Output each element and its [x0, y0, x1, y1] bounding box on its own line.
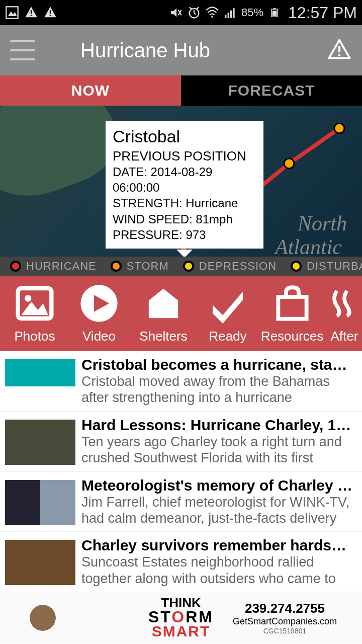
- action-shelters[interactable]: Shelters: [131, 283, 196, 344]
- svg-rect-23: [273, 11, 277, 16]
- storm-popup: Cristobal PREVIOUS POSITION DATE: 2014-0…: [106, 121, 263, 249]
- popup-pressure: PRESSURE: 973: [113, 227, 256, 243]
- svg-line-15: [197, 8, 199, 10]
- svg-marker-8: [171, 8, 176, 17]
- svg-rect-4: [31, 15, 32, 16]
- svg-point-30: [334, 123, 344, 133]
- action-after[interactable]: After: [324, 283, 362, 344]
- list-item[interactable]: Meteorologist's memory of Charley is '..…: [0, 472, 362, 532]
- popup-wind: WIND SPEED: 81mph: [113, 211, 256, 227]
- status-left: [5, 6, 57, 20]
- warning-icon: [43, 6, 57, 20]
- status-right: 85% 12:57 PM: [169, 4, 357, 22]
- svg-marker-33: [21, 301, 48, 315]
- svg-line-13: [194, 13, 196, 14]
- action-row[interactable]: Photos Video Shelters Ready Resources Af…: [0, 276, 362, 351]
- svg-rect-20: [233, 8, 234, 18]
- action-label: Photos: [15, 329, 55, 344]
- svg-line-28: [289, 128, 339, 164]
- svg-point-29: [284, 158, 294, 169]
- svg-marker-1: [8, 12, 17, 16]
- svg-rect-7: [50, 15, 51, 16]
- list-item[interactable]: Cristobal becomes a hurricane, stays of.…: [0, 351, 362, 412]
- app-header: Hurricane Hub: [0, 25, 362, 75]
- svg-rect-17: [225, 15, 226, 18]
- action-resources[interactable]: Resources: [260, 283, 324, 344]
- news-summary: Cristobal moved away from the Bahamas af…: [81, 373, 355, 406]
- action-ready[interactable]: Ready: [196, 283, 260, 344]
- legend-depression: DEPRESSION: [183, 260, 277, 273]
- action-video[interactable]: Video: [67, 283, 131, 344]
- news-summary: Jim Farrell, chief meteorologist for WIN…: [81, 494, 355, 527]
- tabs: NOW FORECAST: [0, 75, 362, 106]
- news-title: Charley survivors remember hardship...: [81, 537, 355, 554]
- dot-icon: [183, 261, 194, 272]
- legend-disturbance: DISTURBANCE: [291, 260, 362, 273]
- alarm-icon: [187, 6, 201, 20]
- svg-rect-3: [31, 10, 32, 14]
- warning-icon: [327, 38, 352, 61]
- svg-marker-37: [213, 291, 243, 323]
- news-summary: Suncoast Estates neighborhood rallied to…: [81, 554, 355, 587]
- dot-icon: [111, 261, 122, 272]
- warning-icon: [24, 6, 38, 20]
- action-photos[interactable]: Photos: [3, 283, 67, 344]
- resources-icon: [272, 283, 312, 324]
- svg-rect-0: [6, 7, 18, 18]
- action-label: After: [331, 329, 358, 344]
- page-title: Hurricane Hub: [80, 39, 327, 62]
- tab-forecast[interactable]: FORECAST: [181, 75, 362, 106]
- action-label: Video: [82, 329, 116, 344]
- advertisement[interactable]: THINK STORM SMART 239.274.2755 GetSmartC…: [0, 592, 362, 643]
- battery-percentage: 85%: [241, 6, 263, 19]
- news-thumbnail: [5, 359, 75, 405]
- dot-icon: [10, 261, 21, 272]
- svg-point-16: [211, 16, 213, 17]
- mute-icon: [169, 6, 183, 20]
- news-list: Cristobal becomes a hurricane, stays of.…: [0, 351, 362, 592]
- shelters-icon: [143, 283, 184, 324]
- action-label: Ready: [209, 329, 246, 344]
- svg-rect-22: [274, 8, 276, 9]
- legend: HURRICANE STORM DEPRESSION DISTURBANCE: [0, 257, 362, 276]
- popup-strength: STRENGTH: Hurricane: [113, 195, 256, 211]
- alert-button[interactable]: [327, 38, 352, 63]
- svg-rect-26: [338, 54, 340, 56]
- menu-button[interactable]: [10, 40, 35, 60]
- ad-mascot-icon: [20, 595, 65, 640]
- news-thumbnail: [5, 540, 75, 585]
- map[interactable]: North Atlantic Cristobal PREVIOUS POSITI…: [0, 106, 362, 257]
- image-icon: [5, 6, 19, 20]
- ad-contact: 239.274.2755 GetSmartCompanies.com CGC15…: [233, 601, 337, 635]
- action-label: Shelters: [139, 329, 187, 344]
- legend-hurricane: HURRICANE: [10, 260, 97, 273]
- legend-storm: STORM: [111, 260, 169, 273]
- news-title: Hard Lessons: Hurricane Charley, 10 Ye..…: [81, 417, 355, 434]
- ad-logo: THINK STORM SMART: [148, 597, 214, 639]
- status-bar: 85% 12:57 PM: [0, 0, 362, 25]
- svg-rect-38: [278, 297, 306, 319]
- wifi-icon: [205, 6, 219, 20]
- news-title: Meteorologist's memory of Charley is '..…: [81, 477, 355, 494]
- photos-icon: [15, 283, 55, 324]
- news-thumbnail: [5, 420, 75, 465]
- video-icon: [79, 283, 119, 324]
- tab-now[interactable]: NOW: [0, 75, 181, 106]
- popup-name: Cristobal: [113, 127, 256, 146]
- dot-icon: [291, 261, 302, 272]
- svg-rect-6: [50, 10, 51, 14]
- action-label: Resources: [261, 329, 323, 344]
- svg-point-32: [25, 295, 31, 301]
- news-title: Cristobal becomes a hurricane, stays of.…: [81, 356, 355, 373]
- list-item[interactable]: Hard Lessons: Hurricane Charley, 10 Ye..…: [0, 412, 362, 472]
- ready-icon: [208, 283, 248, 324]
- svg-marker-36: [149, 288, 178, 317]
- svg-rect-19: [230, 11, 232, 18]
- popup-date: DATE: 2014-08-29 06:00:00: [113, 164, 256, 195]
- svg-line-14: [190, 8, 192, 10]
- status-time: 12:57 PM: [288, 4, 357, 22]
- battery-icon: [267, 6, 282, 20]
- news-summary: Ten years ago Charley took a right turn …: [81, 434, 355, 466]
- news-thumbnail: [5, 480, 75, 525]
- list-item[interactable]: Charley survivors remember hardship... S…: [0, 532, 362, 592]
